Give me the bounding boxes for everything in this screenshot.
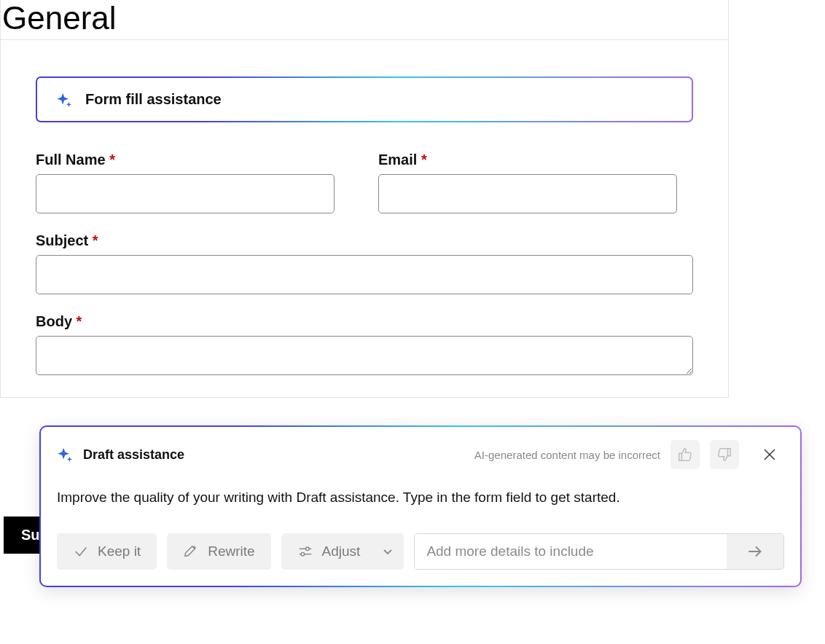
svg-point-5 [301,552,305,556]
required-marker: * [109,152,115,168]
close-icon [763,448,776,461]
required-marker: * [77,313,82,329]
draft-assistance-popup: Draft assistance AI-generated content ma… [39,425,802,587]
form-area: Form fill assistance Full Name * Email * [1,40,728,397]
subject-label: Subject * [36,232,693,249]
body-label-text: Body [36,313,72,329]
adjust-label: Adjust [322,543,361,559]
ai-disclaimer: AI-generated content may be incorrect [474,449,660,461]
draft-details-input[interactable] [415,534,727,569]
subject-field-group: Subject * [36,232,693,294]
email-label: Email * [378,152,693,168]
svg-point-3 [305,547,309,551]
thumbs-up-button[interactable] [670,440,700,469]
full-name-label-text: Full Name [36,152,106,168]
email-label-text: Email [378,152,417,168]
full-name-label: Full Name * [36,152,351,168]
body-label: Body * [36,313,693,330]
assist-banner-label: Form fill assistance [85,91,222,108]
email-field-group: Email * [378,152,693,213]
keep-it-button[interactable]: Keep it [57,533,157,570]
adjust-button[interactable]: Adjust [281,533,404,570]
thumbs-down-button[interactable] [710,440,739,469]
thumbs-up-icon [677,447,693,463]
arrow-right-icon [746,542,765,561]
rewrite-icon [183,543,199,559]
rewrite-label: Rewrite [208,543,254,559]
form-fill-assistance-banner[interactable]: Form fill assistance [36,76,693,122]
draft-body-text: Improve the quality of your writing with… [57,490,784,506]
keep-it-label: Keep it [98,543,141,559]
sparkle-icon [56,92,72,108]
draft-input-wrap [414,533,784,570]
rewrite-button[interactable]: Rewrite [167,533,270,570]
required-marker: * [93,232,98,248]
chevron-down-icon [382,546,394,557]
submit-button[interactable]: Submit [4,517,40,554]
check-icon [73,543,89,559]
email-input[interactable] [378,174,677,213]
sparkle-icon [57,447,73,463]
draft-actions: Keep it Rewrite Adjust [57,533,784,570]
form-row-name-email: Full Name * Email * [36,152,693,213]
full-name-input[interactable] [36,174,335,213]
subject-input[interactable] [36,255,693,294]
draft-header: Draft assistance AI-generated content ma… [57,440,784,469]
page-container: General Form fill assistance Full Name * [0,0,729,398]
body-textarea[interactable] [36,336,693,375]
required-marker: * [421,152,427,168]
page-title: General [1,0,728,40]
full-name-field-group: Full Name * [36,152,351,213]
body-field-group: Body * [36,313,693,375]
sliders-icon [297,543,313,559]
thumbs-down-icon [716,447,732,463]
draft-title: Draft assistance [83,447,184,463]
subject-label-text: Subject [36,232,88,248]
close-button[interactable] [755,440,784,469]
send-button[interactable] [727,534,783,569]
